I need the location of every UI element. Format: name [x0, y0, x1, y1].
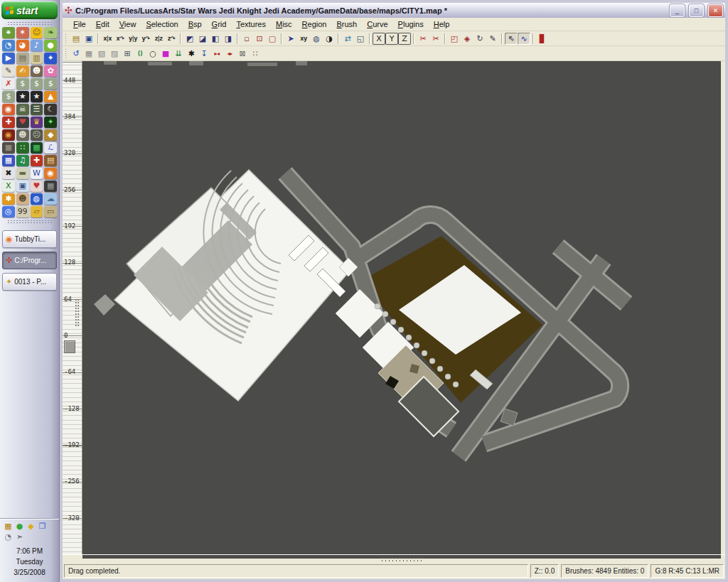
new-window-button[interactable]: ⊞ [121, 48, 134, 60]
model-tool-button[interactable]: ✱ [185, 48, 198, 60]
quicklaunch-drag-handle[interactable] [7, 21, 52, 25]
quicklaunch-notes-icon[interactable]: ▥ [31, 53, 43, 64]
texture-view-a-button[interactable]: ▦ [82, 48, 95, 60]
texture-lock-button[interactable]: ↺ [70, 48, 82, 60]
make-detail-button[interactable]: ◨ [222, 33, 235, 45]
start-button[interactable]: start [1, 1, 58, 19]
cut-selection-button[interactable]: ✂ [429, 33, 442, 45]
split-patch-button[interactable]: ◂▸ [223, 48, 236, 60]
quicklaunch-mummy-icon[interactable]: ☻ [16, 129, 29, 141]
rotate-x-button[interactable]: x↷ [114, 33, 127, 45]
tray-scheduler-icon[interactable]: ◔ [4, 533, 13, 541]
quicklaunch-blue-tiles-icon[interactable]: ▦ [2, 155, 15, 166]
quicklaunch-heart-dark-icon[interactable]: ♥ [16, 117, 29, 128]
rotate-y-button[interactable]: y↷ [139, 33, 152, 45]
tray-network-icon[interactable]: ❐ [38, 522, 47, 531]
menu-misc[interactable]: Misc [271, 19, 297, 29]
quicklaunch-smiley-icon[interactable]: ☺ [31, 27, 43, 38]
toolbar-grip[interactable] [65, 48, 68, 58]
quicklaunch-money-4-icon[interactable]: $ [2, 91, 15, 102]
quicklaunch-window-blue-icon[interactable]: ▣ [16, 180, 29, 192]
select-touching-button[interactable]: ⇖ [505, 33, 518, 45]
menu-region[interactable]: Region [297, 19, 332, 29]
quicklaunch-messenger-icon[interactable]: ✦ [44, 53, 57, 64]
select-region-button[interactable]: ▫ [240, 33, 253, 45]
quicklaunch-money-2-icon[interactable]: $ [31, 78, 43, 90]
quicklaunch-gear-icon[interactable]: ✱ [2, 193, 15, 205]
camera-view-button[interactable]: ◑ [323, 33, 336, 45]
quicklaunch-photo-icon[interactable]: ▤ [16, 53, 29, 64]
taskbar-window-0013[interactable]: ✦0013 - P... [2, 273, 57, 291]
quicklaunch-books-icon[interactable]: ▤ [44, 155, 57, 166]
hollow-brush-button[interactable]: ◧ [209, 33, 222, 45]
axis-z-button[interactable]: Z [398, 33, 411, 45]
texture-diamonds-button[interactable]: ◈ [461, 33, 473, 45]
flip-z-button[interactable]: z|z [152, 33, 165, 45]
texture-sphere-button[interactable]: ◍ [310, 33, 323, 45]
menu-brush[interactable]: Brush [331, 19, 362, 29]
quicklaunch-gold-mask-icon[interactable]: ◆ [44, 129, 57, 141]
quicklaunch-gray-box-icon[interactable]: ■ [2, 142, 15, 153]
quicklaunch-earth-icon[interactable]: ◍ [31, 193, 43, 205]
curve-cap-button[interactable]: () [134, 48, 146, 60]
flip-y-button[interactable]: y|y [127, 33, 139, 45]
quicklaunch-box-99-icon[interactable]: 99 [16, 206, 29, 217]
flip-x-button[interactable]: x|x [101, 33, 114, 45]
deselect-all-button[interactable]: ▢ [266, 33, 279, 45]
quicklaunch-media-player-icon[interactable]: ▶ [2, 53, 15, 64]
menu-grid[interactable]: Grid [207, 19, 232, 29]
quicklaunch-triangle-icon[interactable]: ▲ [44, 91, 57, 102]
quicklaunch-red-cross-2-icon[interactable]: ✚ [31, 155, 43, 166]
rotate-z-button[interactable]: z↷ [165, 33, 178, 45]
quicklaunch-star-black-1-icon[interactable]: ★ [16, 91, 29, 102]
menu-bsp[interactable]: Bsp [183, 19, 207, 29]
csg-subtract-button[interactable]: ◩ [183, 33, 196, 45]
tray-green-agent-icon[interactable]: ● [15, 522, 24, 531]
menu-textures[interactable]: Textures [231, 19, 271, 29]
texture-view-c-button[interactable]: ▨ [108, 48, 121, 60]
quicklaunch-skull-camo-icon[interactable]: ☠ [16, 104, 29, 115]
cap-ends-button[interactable]: ▸◂ [210, 48, 223, 60]
quicklaunch-firefox-icon[interactable]: ◕ [16, 40, 29, 51]
swap-xy-button[interactable]: xy [297, 33, 310, 45]
quicklaunch-green-app-icon[interactable]: ● [44, 40, 57, 51]
csg-merge-button[interactable]: ◪ [196, 33, 209, 45]
quicklaunch-people-icon[interactable]: ☻ [16, 193, 29, 205]
quicklaunch-green-grid-icon[interactable]: ▦ [31, 142, 43, 153]
menu-view[interactable]: View [114, 19, 141, 29]
anchor-down-button[interactable]: ↧ [198, 48, 210, 60]
quicklaunch-money-1-icon[interactable]: $ [16, 78, 29, 90]
texture-view-b-button[interactable]: ▧ [95, 48, 108, 60]
quicklaunch-pencil-icon[interactable]: ✎ [2, 65, 15, 77]
menu-curve[interactable]: Curve [362, 19, 392, 29]
quicklaunch-globe-icon[interactable]: ◔ [2, 40, 15, 51]
quicklaunch-hand-icon[interactable]: ✍ [16, 65, 29, 77]
quicklaunch-paw-icon[interactable]: ⁕ [2, 27, 15, 38]
quicklaunch-crab-icon[interactable]: ✶ [16, 27, 29, 38]
tray-color-grid-icon[interactable]: ▦ [4, 522, 13, 531]
quicklaunch-firefox-2-icon[interactable]: ◉ [44, 168, 57, 179]
quicklaunch-demon-icon[interactable]: ◉ [2, 129, 15, 141]
quicklaunch-red-x-icon[interactable]: ✗ [2, 78, 15, 90]
quicklaunch-zombie-icon[interactable]: ☹ [31, 129, 43, 141]
horizontal-grip-dots[interactable] [380, 556, 424, 562]
tray-messenger-bird-icon[interactable]: ➣ [15, 533, 24, 541]
tray-lock-icon[interactable]: ◆ [26, 522, 36, 531]
map-2d-viewport[interactable] [82, 61, 721, 554]
quicklaunch-camo-icon[interactable]: ☰ [31, 104, 43, 115]
quicklaunch-excel-icon[interactable]: X [2, 180, 15, 192]
quicklaunch-orange-face-icon[interactable]: ◉ [2, 104, 15, 115]
paint-entity-button[interactable]: ✎ [486, 33, 499, 45]
quicklaunch-cash-icon[interactable]: ▬ [16, 168, 29, 179]
dont-select-models-button[interactable]: ▊ [536, 33, 549, 45]
quicklaunch-red-cross-icon[interactable]: ✚ [2, 117, 15, 128]
close-button[interactable]: ✕ [708, 4, 723, 17]
quicklaunch-signature-icon[interactable]: ℒ [44, 142, 57, 153]
quicklaunch-black-x-icon[interactable]: ✖ [2, 168, 15, 179]
clipper-frame-button[interactable]: ◰ [448, 33, 461, 45]
quicklaunch-crown-icon[interactable]: ♛ [31, 117, 43, 128]
quicklaunch-quad-grid-icon[interactable]: ▦ [44, 180, 57, 192]
axis-x-button[interactable]: X [373, 33, 385, 45]
menu-file[interactable]: File [68, 19, 91, 29]
quicklaunch-pink-star-icon[interactable]: ✿ [44, 65, 57, 77]
